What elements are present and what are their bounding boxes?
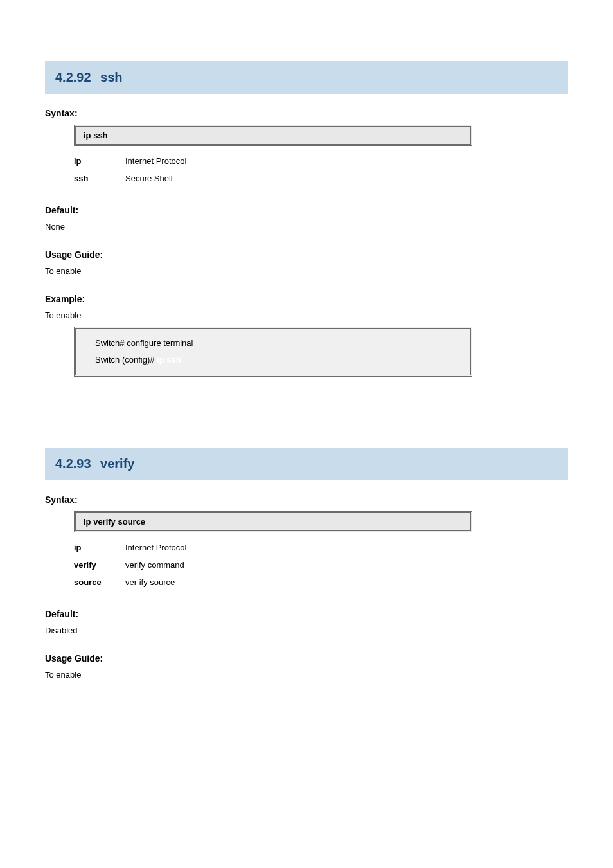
- example-text-part1: To enable: [45, 311, 84, 320]
- param-value: Internet Protocol: [125, 543, 568, 552]
- section-number: 4.2.93: [55, 457, 91, 471]
- syntax-label: Syntax:: [45, 108, 568, 118]
- example-prefix: Switch# configure terminal: [95, 338, 193, 348]
- default-heading: Default:: [45, 609, 568, 619]
- param-value: Secure Shell: [125, 174, 568, 183]
- param-row: verify verify command: [74, 556, 568, 574]
- param-row: ip Internet Protocol: [74, 539, 568, 556]
- syntax-box: ip verify source: [74, 511, 472, 532]
- param-row: ssh Secure Shell: [74, 170, 568, 187]
- usage-text-part2: the IP Source Guard for global mode.: [84, 670, 231, 680]
- usage-text: To enable the SSH service of the switch.: [45, 266, 568, 276]
- example-box: Switch# configure terminal Switch (confi…: [74, 327, 472, 377]
- syntax-box: ip ssh: [74, 125, 472, 146]
- param-key: verify: [74, 560, 125, 570]
- section-header-ssh: 4.2.92 ssh: [45, 61, 568, 94]
- usage-text-part1: To enable: [45, 670, 81, 680]
- param-value: ver ify source: [125, 577, 568, 587]
- default-heading: Default:: [45, 205, 568, 215]
- param-key: source: [74, 577, 125, 587]
- section-title: ssh: [100, 70, 122, 84]
- param-value: verify command: [125, 560, 568, 570]
- default-text: Disabled: [45, 626, 568, 635]
- example-line: Switch# configure terminal: [95, 335, 451, 352]
- section-header-verify: 4.2.93 verify: [45, 448, 568, 480]
- example-prefix: Switch (config)#: [95, 355, 157, 365]
- param-key: ip: [74, 543, 125, 552]
- default-text: None: [45, 222, 568, 231]
- section-title: verify: [100, 457, 134, 471]
- example-line: Switch (config)# ip ssh: [95, 352, 451, 368]
- param-key: ip: [74, 156, 125, 166]
- section-number: 4.2.92: [55, 70, 91, 84]
- example-text: To enable the SSH service of the switch.: [45, 311, 568, 320]
- param-key: ssh: [74, 174, 125, 183]
- example-text-part2: the SSH service of the switch.: [84, 311, 195, 320]
- usage-text-part1: To enable: [45, 266, 81, 276]
- param-value: Internet Protocol: [125, 156, 568, 166]
- usage-text: To enable the IP Source Guard for global…: [45, 670, 568, 680]
- usage-text-part2: the SSH service of the switch.: [84, 266, 202, 276]
- syntax-label: Syntax:: [45, 494, 568, 505]
- example-cmd: ip ssh: [157, 355, 181, 365]
- usage-heading: Usage Guide:: [45, 249, 568, 260]
- usage-heading: Usage Guide:: [45, 653, 568, 664]
- param-row: ip Internet Protocol: [74, 152, 568, 170]
- example-heading: Example:: [45, 294, 568, 304]
- param-row: source ver ify source: [74, 574, 568, 591]
